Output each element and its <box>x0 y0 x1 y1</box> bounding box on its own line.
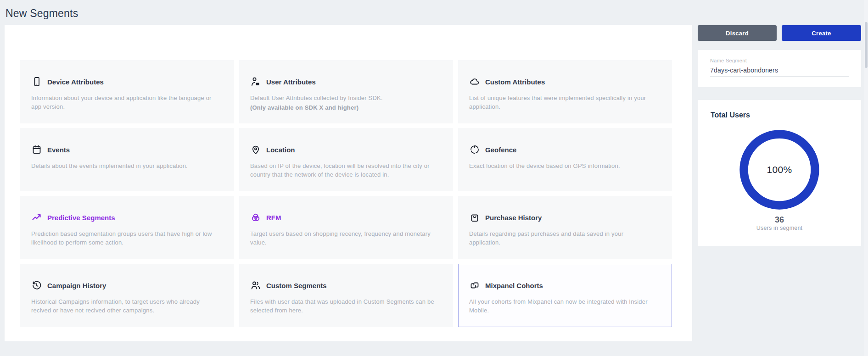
category-card[interactable]: Mixpanel Cohorts All your cohorts from M… <box>458 264 672 327</box>
name-segment-label: Name Segment <box>710 58 848 63</box>
category-card-header: Location <box>250 144 437 155</box>
segment-name-input[interactable] <box>710 67 849 77</box>
category-title: RFM <box>266 214 281 222</box>
total-users-title: Total Users <box>711 111 750 119</box>
category-title: Custom Segments <box>266 282 327 289</box>
name-segment-card: Name Segment <box>698 50 861 87</box>
category-description: Prediction based segmentation groups use… <box>31 230 218 247</box>
history-clock-icon <box>31 280 42 291</box>
category-title: Campaign History <box>47 282 106 289</box>
category-title: Geofence <box>485 146 516 154</box>
category-card-header: Purchase History <box>469 212 656 223</box>
category-card[interactable]: RFM Target users based on shopping recen… <box>239 196 453 259</box>
page-title: New Segments <box>6 7 78 20</box>
calendar-icon <box>31 144 42 155</box>
total-users-card: Total Users 100% 36 Users in segment <box>698 100 861 246</box>
trend-arrow-icon <box>31 212 42 223</box>
category-description: Details regarding past purchases and dat… <box>469 230 656 247</box>
category-card-header: Geofence <box>469 144 656 155</box>
category-card[interactable]: Events Details about the events implemen… <box>20 128 234 191</box>
category-card-header: Campaign History <box>31 280 218 291</box>
category-title: Events <box>47 146 70 154</box>
users-in-segment-count: 36 <box>698 215 861 225</box>
total-users-donut-chart: 100% <box>737 128 822 212</box>
category-grid: Device Attributes Information about your… <box>20 60 672 327</box>
scrollbar-track[interactable] <box>864 0 868 356</box>
category-card[interactable]: Device Attributes Information about your… <box>20 60 234 123</box>
category-card-header: Device Attributes <box>31 76 218 87</box>
category-title: Purchase History <box>485 214 542 222</box>
category-description: All your cohorts from Mixpanel can now b… <box>469 298 656 315</box>
users-icon <box>250 280 261 291</box>
category-card-header: Mixpanel Cohorts <box>469 280 656 291</box>
category-card[interactable]: Geofence Exact location of the device ba… <box>458 128 672 191</box>
category-description: Files with user data that was uploaded i… <box>250 298 437 315</box>
category-description: Historical Campaigns information, to tar… <box>31 298 218 315</box>
geofence-icon <box>469 144 480 155</box>
integration-icon <box>469 280 480 291</box>
discard-button[interactable]: Discard <box>698 25 777 41</box>
category-card-header: User Attributes <box>250 76 437 87</box>
category-description: List of unique features that were implem… <box>469 94 656 111</box>
users-in-segment-caption: Users in segment <box>698 225 861 231</box>
shopping-bag-icon <box>469 212 480 223</box>
map-pin-icon <box>250 144 261 155</box>
category-panel: Choose a category before creating a new … <box>5 25 692 341</box>
category-title: User Attributes <box>266 78 316 86</box>
venn-diagram-icon <box>250 212 261 223</box>
category-card[interactable]: Purchase History Details regarding past … <box>458 196 672 259</box>
device-icon <box>31 76 42 87</box>
category-card-header: Predictive Segments <box>31 212 218 223</box>
category-card[interactable]: User Attributes Default User Attributes … <box>239 60 453 123</box>
category-description: Information about your device and applic… <box>31 94 218 111</box>
user-badge-icon <box>250 76 261 87</box>
category-card[interactable]: Custom Segments Files with user data tha… <box>239 264 453 327</box>
category-description: Based on IP of the device, location will… <box>250 162 437 179</box>
category-title: Predictive Segments <box>47 214 115 222</box>
category-description: Details about the events implemented in … <box>31 162 218 171</box>
category-card[interactable]: Custom Attributes List of unique feature… <box>458 60 672 123</box>
category-description: Target users based on shopping recency, … <box>250 230 437 247</box>
category-card-header: Custom Attributes <box>469 76 656 87</box>
category-title: Location <box>266 146 295 154</box>
category-card-header: Events <box>31 144 218 155</box>
donut-percent-label: 100% <box>737 128 822 212</box>
category-card-header: Custom Segments <box>250 280 437 291</box>
category-description: Exact location of the device based on GP… <box>469 162 656 171</box>
category-card-header: RFM <box>250 212 437 223</box>
category-card[interactable]: Location Based on IP of the device, loca… <box>239 128 453 191</box>
category-title: Custom Attributes <box>485 78 545 86</box>
category-description: Default User Attributes collected by Ins… <box>250 94 437 103</box>
category-card[interactable]: Campaign History Historical Campaigns in… <box>20 264 234 327</box>
create-button[interactable]: Create <box>782 25 861 41</box>
category-title: Mixpanel Cohorts <box>485 282 543 289</box>
category-card[interactable]: Predictive Segments Prediction based seg… <box>20 196 234 259</box>
scrollbar-thumb[interactable] <box>865 22 868 68</box>
category-description-note: (Only available on SDK X and higher) <box>250 104 437 112</box>
cloud-icon <box>469 76 480 87</box>
category-title: Device Attributes <box>47 78 104 86</box>
